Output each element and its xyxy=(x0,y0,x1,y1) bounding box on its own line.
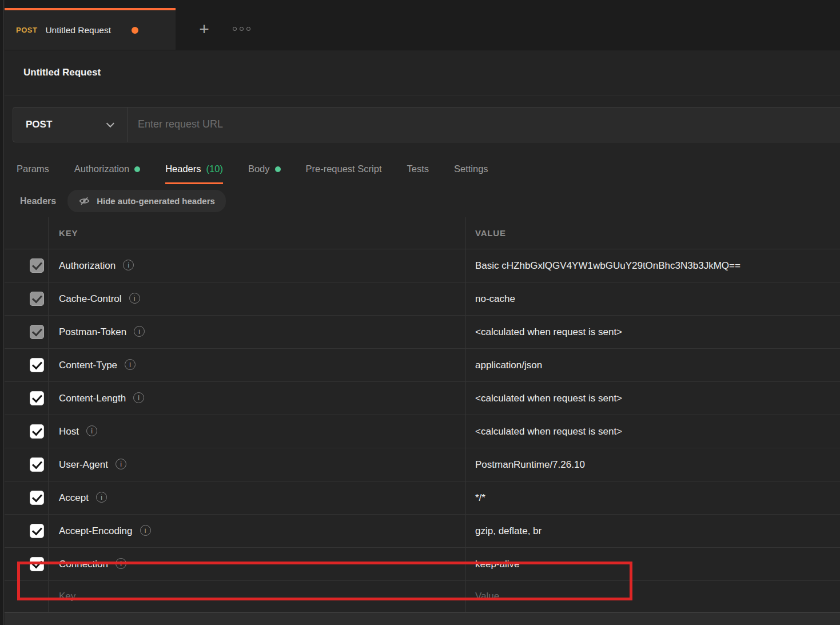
tab-label: Settings xyxy=(454,164,488,174)
headers-section-label: Headers xyxy=(20,196,56,206)
header-enabled-checkbox[interactable] xyxy=(30,424,44,439)
header-value: <calculated when request is sent> xyxy=(475,327,622,338)
tab-headers[interactable]: Headers(10) xyxy=(165,153,223,185)
bottom-panel-edge xyxy=(5,612,840,625)
key-cell[interactable]: Connection i xyxy=(49,559,465,570)
method-selected-value: POST xyxy=(26,119,52,130)
value-cell[interactable]: <calculated when request is sent> xyxy=(465,415,840,448)
new-tab-button[interactable]: + xyxy=(187,8,221,50)
header-key: Postman-Token xyxy=(59,327,126,338)
header-key: Accept xyxy=(59,492,89,504)
info-icon[interactable]: i xyxy=(129,293,140,304)
url-bar: POST xyxy=(13,107,840,142)
info-icon[interactable]: i xyxy=(123,260,134,270)
tab-method-badge: POST xyxy=(16,26,37,34)
page-title: Untitled Request xyxy=(23,67,101,78)
checkbox-column-header xyxy=(5,217,49,249)
checkbox-cell xyxy=(5,316,49,348)
checkbox-cell xyxy=(5,349,49,381)
value-cell[interactable]: application/json xyxy=(465,349,840,381)
header-value: <calculated when request is sent> xyxy=(475,426,622,437)
header-key: Content-Type xyxy=(59,360,117,371)
header-enabled-checkbox[interactable] xyxy=(30,524,44,538)
info-icon[interactable]: i xyxy=(96,492,107,503)
header-row: User-Agent i PostmanRuntime/7.26.10 xyxy=(5,448,840,481)
header-enabled-checkbox[interactable] xyxy=(30,292,44,306)
request-tabs: ParamsAuthorizationHeaders(10)BodyPre-re… xyxy=(5,153,840,185)
key-cell[interactable]: Authorization i xyxy=(49,260,465,272)
header-value: keep-alive xyxy=(475,559,520,570)
info-icon[interactable]: i xyxy=(125,359,136,370)
tab-strip: POST Untitled Request + xyxy=(5,0,840,50)
value-cell[interactable]: Basic cHZhbGxlQGV4YW1wbGUuY29tOnBhc3N3b3… xyxy=(465,249,840,282)
info-icon[interactable]: i xyxy=(86,425,97,436)
tab-tests[interactable]: Tests xyxy=(407,153,429,185)
header-row: Postman-Token i <calculated when request… xyxy=(5,316,840,349)
sidebar-edge xyxy=(0,0,4,625)
value-cell[interactable]: PostmanRuntime/7.26.10 xyxy=(465,448,840,481)
request-url-input[interactable] xyxy=(128,108,840,142)
checkbox-cell xyxy=(5,249,49,282)
key-cell[interactable]: Accept i xyxy=(49,492,465,504)
key-cell[interactable]: User-Agent i xyxy=(49,459,465,471)
key-cell[interactable]: Cache-Control i xyxy=(49,293,465,305)
new-value-input[interactable]: Value xyxy=(475,591,499,602)
value-cell[interactable]: gzip, deflate, br xyxy=(465,515,840,547)
key-cell[interactable]: Content-Type i xyxy=(49,360,465,371)
info-icon[interactable]: i xyxy=(140,525,151,536)
value-cell[interactable]: <calculated when request is sent> xyxy=(465,382,840,415)
key-cell[interactable]: Accept-Encoding i xyxy=(49,526,465,537)
key-cell[interactable]: Postman-Token i xyxy=(49,327,465,338)
info-icon[interactable]: i xyxy=(134,326,145,337)
header-enabled-checkbox[interactable] xyxy=(30,457,44,472)
tab-options-button[interactable] xyxy=(225,8,258,50)
tab-label: Body xyxy=(248,164,270,174)
header-row: Host i <calculated when request is sent> xyxy=(5,415,840,448)
table-header-row: KEY VALUE xyxy=(5,217,840,249)
eye-slash-icon xyxy=(78,195,90,207)
tab-authorization[interactable]: Authorization xyxy=(74,153,140,185)
checkbox-cell xyxy=(5,415,49,448)
header-value: Basic cHZhbGxlQGV4YW1wbGUuY29tOnBhc3N3b3… xyxy=(475,260,741,272)
tab-body[interactable]: Body xyxy=(248,153,281,185)
header-enabled-checkbox[interactable] xyxy=(30,391,44,405)
info-icon[interactable]: i xyxy=(116,558,126,569)
postman-window: POST Untitled Request + Untitled Request… xyxy=(0,0,840,625)
green-dot-icon xyxy=(134,166,140,172)
tab-pre-request-script[interactable]: Pre-request Script xyxy=(306,153,382,185)
header-enabled-checkbox[interactable] xyxy=(30,325,44,339)
method-dropdown[interactable]: POST xyxy=(13,108,128,142)
info-icon[interactable]: i xyxy=(116,459,126,469)
header-key: User-Agent xyxy=(59,459,108,471)
new-key-input[interactable]: Key xyxy=(59,591,75,602)
header-enabled-checkbox[interactable] xyxy=(30,491,44,505)
header-key: Connection xyxy=(59,559,108,570)
headers-table: KEY VALUE Authorization i Basic cHZhbGxl… xyxy=(5,217,840,612)
header-enabled-checkbox[interactable] xyxy=(30,358,44,372)
value-cell[interactable]: <calculated when request is sent> xyxy=(465,316,840,348)
header-row: Accept-Encoding i gzip, deflate, br xyxy=(5,515,840,548)
header-row: Connection i keep-alive xyxy=(5,548,840,581)
tab-label: Params xyxy=(17,164,49,174)
header-key: Accept-Encoding xyxy=(59,526,133,537)
tab-params[interactable]: Params xyxy=(17,153,49,185)
header-row: Accept i */* xyxy=(5,481,840,515)
key-cell[interactable]: Content-Length i xyxy=(49,393,465,404)
plus-icon: + xyxy=(199,19,209,39)
tab-label: Pre-request Script xyxy=(306,164,382,174)
value-cell[interactable]: keep-alive xyxy=(465,548,840,580)
tab-count-badge: (10) xyxy=(206,164,223,174)
tab-label: Tests xyxy=(407,164,429,174)
new-header-row: Key Value xyxy=(5,581,840,612)
new-row-checkbox-cell xyxy=(5,581,49,612)
key-cell[interactable]: Host i xyxy=(49,426,465,437)
info-icon[interactable]: i xyxy=(133,392,144,403)
header-enabled-checkbox[interactable] xyxy=(30,557,44,571)
request-tab[interactable]: POST Untitled Request xyxy=(5,8,176,50)
value-cell[interactable]: no-cache xyxy=(465,282,840,315)
ellipsis-icon xyxy=(233,27,237,31)
hide-auto-generated-headers-button[interactable]: Hide auto-generated headers xyxy=(67,190,226,212)
header-enabled-checkbox[interactable] xyxy=(30,258,44,273)
value-cell[interactable]: */* xyxy=(465,481,840,514)
tab-settings[interactable]: Settings xyxy=(454,153,488,185)
